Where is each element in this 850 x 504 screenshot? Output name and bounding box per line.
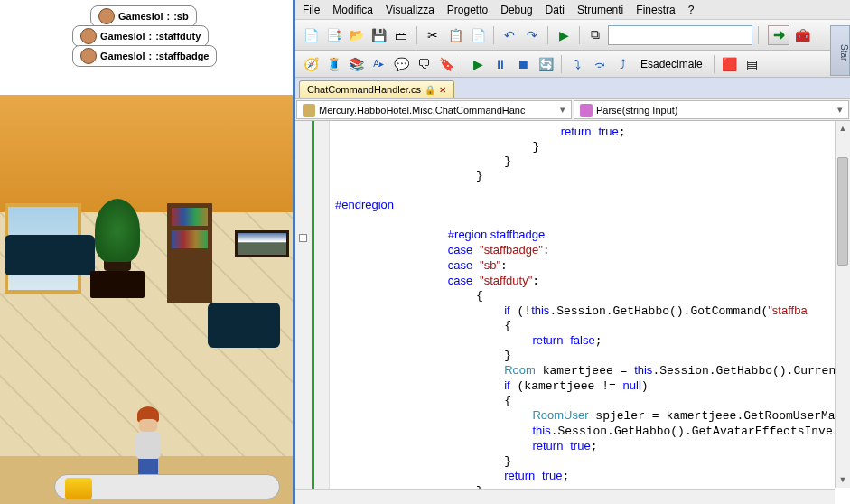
method-icon (580, 104, 593, 117)
plant-furniture (90, 199, 135, 271)
separator (714, 55, 715, 73)
menu-view[interactable]: Visualizza (386, 4, 434, 16)
chat-msg: :staffduty (155, 31, 201, 42)
change-margin (312, 121, 314, 504)
scroll-down-icon[interactable]: ▼ (836, 472, 850, 488)
add-item-icon[interactable]: 📑 (323, 25, 343, 45)
vertical-scrollbar[interactable]: ▲ ▼ (835, 121, 850, 488)
breakpoints-icon[interactable]: 🟥 (720, 54, 740, 74)
redo-icon[interactable]: ↷ (522, 25, 542, 45)
menu-tools[interactable]: Strumenti (577, 4, 623, 16)
comment-icon[interactable]: 💬 (391, 54, 411, 74)
method-dropdown[interactable]: Parse(string Input) (574, 100, 849, 119)
stack-icon[interactable]: 📚 (346, 54, 366, 74)
sofa-furniture (5, 235, 95, 275)
save-all-icon[interactable]: 🗃 (391, 25, 411, 45)
chat-style-toggle[interactable] (65, 478, 92, 499)
play-icon[interactable]: ▶ (468, 54, 488, 74)
separator (416, 26, 417, 44)
separator (579, 26, 580, 44)
chat-bubble: Gameslol: :staffbadge (72, 45, 217, 67)
menu-file[interactable]: File (303, 4, 320, 16)
outline-collapse-icon[interactable]: − (299, 234, 307, 242)
paste-icon[interactable]: 📄 (468, 25, 488, 45)
output-icon[interactable]: ▤ (743, 54, 762, 74)
document-tab[interactable]: ChatCommandHandler.cs 🔒 ✕ (299, 80, 454, 98)
class-icon (303, 104, 315, 117)
save-icon[interactable]: 💾 (369, 25, 388, 45)
bookshelf-furniture (167, 203, 212, 303)
avatar-head-icon (80, 28, 97, 44)
chat-msg: :sb (173, 11, 189, 22)
scrollbar-thumb[interactable] (837, 157, 848, 266)
pause-icon[interactable]: ⏸ (490, 54, 510, 74)
chat-msg: :staffbadge (155, 51, 209, 61)
copy-icon[interactable]: 📋 (445, 25, 465, 45)
scroll-up-icon[interactable]: ▲ (836, 121, 850, 136)
menu-help[interactable]: ? (688, 4, 695, 16)
go-button[interactable]: ➜ (768, 25, 789, 45)
step-into-icon[interactable]: ⤵ (567, 54, 587, 74)
chat-user: Gameslol (118, 11, 163, 22)
step-over-icon[interactable]: ⤼ (590, 54, 610, 74)
open-icon[interactable]: 📂 (346, 25, 366, 45)
player-avatar[interactable] (131, 406, 165, 474)
class-name: Mercury.HabboHotel.Misc.ChatCommandHanc (319, 105, 525, 116)
ide-window: File Modifica Visualizza Progetto Debug … (293, 0, 850, 504)
chat-bubble: Gameslol: :staffduty (72, 25, 209, 47)
separator (758, 26, 759, 44)
bookmark-icon[interactable]: 🔖 (436, 54, 456, 74)
menu-data[interactable]: Dati (546, 4, 565, 16)
menu-debug[interactable]: Debug (500, 4, 532, 16)
toolbar-debug: 🧭 🧵 📚 A▸ 💬 🗨 🔖 ▶ ⏸ ⏹ 🔄 ⤵ ⤼ ⤴ Esadecimale… (295, 51, 850, 78)
separator (462, 55, 462, 73)
uncomment-icon[interactable]: 🗨 (414, 54, 434, 74)
side-panel-tab[interactable]: Star (830, 25, 850, 76)
menu-project[interactable]: Progetto (447, 4, 488, 16)
solution-config-icon[interactable]: ⧉ (585, 25, 605, 45)
separator (561, 55, 562, 73)
close-icon[interactable]: ✕ (439, 85, 446, 95)
sofa2-furniture (208, 303, 280, 348)
method-name: Parse(string Input) (596, 105, 677, 116)
menu-edit[interactable]: Modifica (332, 4, 373, 16)
hex-label[interactable]: Esadecimale (635, 58, 708, 70)
chat-user: Gameslol (100, 51, 145, 61)
separator (547, 26, 548, 44)
editor-gutter: − (295, 121, 330, 504)
game-room[interactable] (0, 95, 293, 456)
class-dropdown[interactable]: Mercury.HabboHotel.Misc.ChatCommandHanc (296, 100, 572, 119)
menubar: File Modifica Visualizza Progetto Debug … (295, 0, 850, 20)
toolbox-icon[interactable]: 🧰 (792, 25, 812, 45)
horizontal-scrollbar[interactable] (295, 489, 835, 504)
toolbar-main: 📄 📑 📂 💾 🗃 ✂ 📋 📄 ↶ ↷ ▶ ⧉ ➜ 🧰 (295, 20, 850, 51)
lock-icon: 🔒 (425, 85, 435, 95)
thread-icon[interactable]: 🧵 (323, 54, 343, 74)
process-icon[interactable]: 🧭 (301, 54, 321, 74)
picture-furniture (235, 230, 289, 257)
find-input[interactable] (608, 25, 752, 45)
code-editor[interactable]: − return true; } } } #endregion #region … (295, 121, 850, 504)
undo-icon[interactable]: ↶ (500, 25, 519, 45)
table-furniture (90, 271, 145, 298)
nav-bar: Mercury.HabboHotel.Misc.ChatCommandHanc … (295, 99, 850, 121)
chat-bubble: Gameslol: :sb (90, 5, 197, 27)
chat-user: Gameslol (100, 31, 145, 42)
cut-icon[interactable]: ✂ (423, 25, 443, 45)
avatar-head-icon (98, 8, 115, 24)
room-wall (0, 95, 293, 212)
start-debug-icon[interactable]: ▶ (554, 25, 574, 45)
restart-icon[interactable]: 🔄 (536, 54, 556, 74)
tab-filename: ChatCommandHandler.cs (307, 84, 421, 95)
avatar-head-icon (80, 48, 97, 64)
step-out-icon[interactable]: ⤴ (612, 54, 632, 74)
separator (493, 26, 494, 44)
new-project-icon[interactable]: 📄 (301, 25, 321, 45)
code-content[interactable]: return true; } } } #endregion #region st… (330, 121, 850, 504)
stop-icon[interactable]: ⏹ (513, 54, 533, 74)
menu-window[interactable]: Finestra (636, 4, 675, 16)
game-viewport: Gameslol: :sb Gameslol: :staffduty Games… (0, 0, 293, 504)
document-tab-bar: ChatCommandHandler.cs 🔒 ✕ (295, 78, 850, 99)
az-sort-icon[interactable]: A▸ (369, 54, 388, 74)
